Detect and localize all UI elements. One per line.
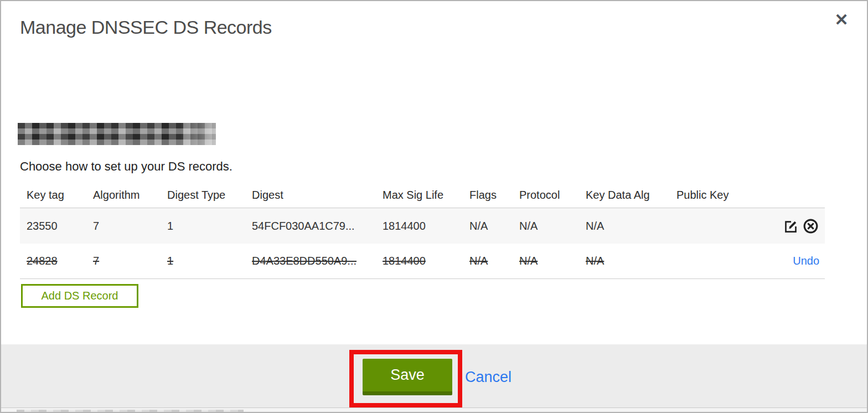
column-header-digest-type: Digest Type <box>161 189 245 202</box>
save-button[interactable]: Save <box>363 359 452 395</box>
column-header-key-data-alg: Key Data Alg <box>579 189 670 202</box>
cell-algorithm: 7 <box>86 220 161 233</box>
cell-digest: D4A33E8DD550A9... <box>245 255 376 267</box>
page-title: Manage DNSSEC DS Records <box>20 17 272 38</box>
table-row-deleted: 24828 7 1 D4A33E8DD550A9... 1814400 N/A … <box>20 244 825 279</box>
column-header-public-key: Public Key <box>670 189 753 202</box>
close-icon[interactable]: ✕ <box>830 9 852 31</box>
cell-flags: N/A <box>463 255 513 267</box>
cell-key-tag: 23550 <box>20 220 86 233</box>
column-header-flags: Flags <box>463 189 513 202</box>
undo-link[interactable]: Undo <box>793 255 819 267</box>
delete-record-button[interactable] <box>802 217 819 235</box>
column-header-digest: Digest <box>245 189 376 202</box>
column-header-algorithm: Algorithm <box>86 189 161 202</box>
row-actions: Undo <box>753 255 825 267</box>
ds-records-table: Key tag Algorithm Digest Type Digest Max… <box>20 183 825 279</box>
column-header-max-sig-life: Max Sig Life <box>376 189 463 202</box>
background-page-remnant <box>17 410 244 412</box>
pencil-square-icon <box>783 219 798 234</box>
row-actions <box>753 217 825 235</box>
instruction-text: Choose how to set up your DS records. <box>20 159 232 174</box>
cell-digest: 54FCF030AA1C79... <box>245 220 376 233</box>
dnssec-ds-records-dialog: Manage DNSSEC DS Records ✕ Choose how to… <box>0 0 868 413</box>
add-ds-record-button[interactable]: Add DS Record <box>21 284 138 308</box>
table-header-row: Key tag Algorithm Digest Type Digest Max… <box>20 183 825 208</box>
cell-flags: N/A <box>463 220 513 233</box>
edit-record-button[interactable] <box>782 217 799 235</box>
cell-max-sig-life: 1814400 <box>376 220 463 233</box>
column-header-protocol: Protocol <box>513 189 579 202</box>
cell-key-data-alg: N/A <box>579 220 670 233</box>
cell-digest-type: 1 <box>161 255 245 267</box>
cell-digest-type: 1 <box>161 220 245 233</box>
circle-x-icon <box>803 218 819 234</box>
cell-key-tag: 24828 <box>20 255 86 267</box>
cell-key-data-alg: N/A <box>579 255 670 267</box>
table-row: 23550 7 1 54FCF030AA1C79... 1814400 N/A … <box>20 208 825 244</box>
cell-protocol: N/A <box>513 220 579 233</box>
cell-max-sig-life: 1814400 <box>376 255 463 267</box>
cell-protocol: N/A <box>513 255 579 267</box>
cell-algorithm: 7 <box>86 255 161 267</box>
column-header-key-tag: Key tag <box>20 189 86 202</box>
cancel-link[interactable]: Cancel <box>465 369 512 386</box>
redacted-domain-name <box>18 123 216 145</box>
